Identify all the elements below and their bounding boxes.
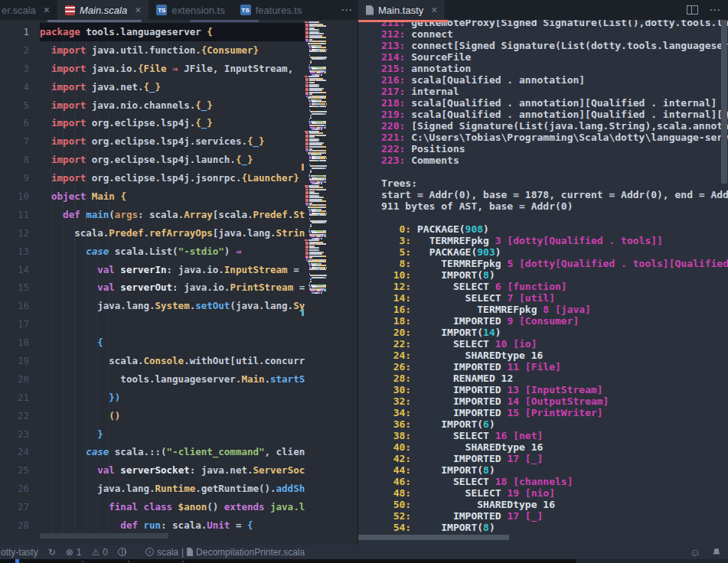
tasty-line[interactable]: 218: scala[Qualified . annotation][Quali… — [381, 97, 728, 109]
trees-header-line[interactable]: start = Addr(0), base = 1878, current = … — [381, 189, 728, 200]
tasty-line[interactable]: 219: scala[Qualified . annotation][Quali… — [381, 109, 728, 120]
tasty-tree-line[interactable]: 8: TERMREFpkg 5 [dotty[Qualified . tools… — [381, 258, 728, 269]
tab-features-ts[interactable]: TS features.ts — [233, 0, 310, 20]
close-icon[interactable]: × — [44, 5, 50, 15]
close-icon[interactable]: × — [135, 5, 141, 15]
tasty-tree-line[interactable]: 48: SELECT 19 [nio] — [381, 487, 728, 499]
code-line[interactable]: 13 case scala.List("-stdio") ⇒ — [0, 242, 305, 261]
tasty-line[interactable]: 213: connect[Signed Signature(List(dotty… — [381, 40, 728, 51]
tasty-line[interactable]: 214: SourceFile — [381, 51, 728, 63]
tasty-line[interactable]: 223: Comments — [381, 155, 728, 166]
blank-line[interactable] — [381, 212, 728, 223]
notifications-bell-icon[interactable] — [713, 548, 720, 556]
tasty-tree-line[interactable]: 28: RENAMED 12 — [381, 373, 728, 384]
tasty-tree-line[interactable]: 24: SHAREDtype 16 — [381, 350, 728, 361]
blank-line[interactable] — [381, 166, 728, 177]
code-line[interactable]: 22 () — [0, 407, 305, 425]
tasty-line[interactable]: 215: annotation — [381, 63, 728, 74]
code-line[interactable]: 2 import java.util.function.{Consumer} — [0, 41, 305, 60]
more-tabs-button[interactable]: ⋯ — [335, 0, 358, 20]
code-line[interactable]: 17 — [0, 315, 305, 334]
tasty-tree-line[interactable]: 14: SELECT 7 [util] — [381, 292, 728, 304]
tasty-tree-line[interactable]: 22: SELECT 10 [io] — [381, 338, 728, 350]
code-line[interactable]: 6 import org.eclipse.lsp4j.{_} — [0, 114, 305, 132]
tasty-line[interactable]: 220: [Signed Signature(List(java.lang.St… — [381, 120, 728, 132]
code-line[interactable]: 7 import org.eclipse.lsp4j.services.{_} — [0, 132, 305, 151]
tasty-tree-line[interactable]: 36: IMPORT(6) — [381, 418, 728, 430]
code-line[interactable]: 25 val serverSocket: java.net.ServerSoc — [0, 461, 305, 480]
sync-button[interactable]: ↻ — [48, 548, 56, 557]
code-line[interactable]: 18 { — [0, 334, 305, 352]
code-line[interactable]: 20 tools.languageserver.Main.startS — [0, 370, 305, 389]
tasty-line[interactable]: 212: connect — [381, 28, 728, 40]
vertical-scrollbar-thumb[interactable] — [721, 20, 727, 184]
tasty-tree-line[interactable]: 52: IMPORTED 17 [_] — [381, 510, 728, 522]
code-line[interactable]: 27 final class $anon() extends java.l — [0, 498, 305, 516]
tasty-tree-line[interactable]: 12: SELECT 6 [function] — [381, 281, 728, 292]
tab-extension-ts[interactable]: TS extension.ts — [149, 0, 232, 20]
ports-indicator[interactable] — [118, 548, 126, 556]
warnings-indicator[interactable]: ⚠ 0 — [92, 547, 108, 558]
horizontal-scrollbar-thumb[interactable] — [40, 533, 168, 539]
code-line[interactable]: 10 object Main { — [0, 187, 305, 206]
tasty-tree-line[interactable]: 18: IMPORTED 9 [Consumer] — [381, 315, 728, 327]
code-line[interactable]: 9 import org.eclipse.lsp4j.jsonrpc.{Laun… — [0, 169, 305, 187]
code-line[interactable]: 16 java.lang.System.setOut(java.lang.Sy — [0, 297, 305, 315]
tasty-tree-line[interactable]: 34: IMPORTED 15 [PrintWriter] — [381, 407, 728, 418]
tasty-line[interactable]: 217: internal — [381, 86, 728, 97]
code-line[interactable]: 14 val serverIn: java.io.InputStream = — [0, 261, 305, 279]
tasty-tree-line[interactable]: 16: TERMREFpkg 8 [java] — [381, 304, 728, 315]
editor-main-tasty[interactable]: 211: getRemoteProxy[Signed Signature(Lis… — [358, 20, 728, 545]
code-line[interactable]: 8 import org.eclipse.lsp4j.launch.{_} — [0, 151, 305, 169]
more-actions-button[interactable]: ⋯ — [709, 3, 720, 17]
code-line[interactable]: 28 def run: scala.Unit = { — [0, 516, 305, 535]
code-line[interactable]: 3 import java.io.{File ⇒ JFile, InputStr… — [0, 60, 305, 78]
tab-main-scala[interactable]: Main.scala × — [57, 0, 149, 20]
tasty-tree-line[interactable]: 40: SHAREDtype 16 — [381, 441, 728, 453]
tab-label: extension.ts — [171, 5, 224, 16]
code-line[interactable]: 1package tools.languageserver { — [0, 23, 305, 41]
tasty-line[interactable]: 222: Positions — [381, 143, 728, 155]
code-line[interactable]: 11 def main(args: scala.Array[scala.Pred… — [0, 206, 305, 224]
close-icon[interactable]: × — [431, 5, 437, 15]
code-line[interactable]: 15 val serverOut: java.io.PrintStream = — [0, 278, 305, 297]
code-line[interactable]: 21 }) — [0, 389, 305, 407]
code-line[interactable]: 12 scala.Predef.refArrayOps[java.lang.St… — [0, 224, 305, 242]
tasty-line[interactable]: 216: scala[Qualified . annotation] — [381, 74, 728, 86]
tasty-tree-line[interactable]: 44: IMPORT(8) — [381, 464, 728, 476]
tasty-tree-line[interactable]: 46: SELECT 18 [channels] — [381, 476, 728, 487]
split-editor-icon[interactable] — [687, 5, 698, 15]
trees-header-line[interactable]: Trees: — [381, 177, 728, 189]
line-number: 5 — [0, 96, 40, 115]
line-number: 24 — [0, 443, 40, 461]
tasty-tree-line[interactable]: 5: PACKAGE(903) — [381, 246, 728, 258]
tasty-tree-line[interactable]: 42: IMPORTED 17 [_] — [381, 453, 728, 464]
tasty-line[interactable]: 221: C:\Users\Tobias\Programming\Scala\d… — [381, 132, 728, 143]
feedback-smiley-icon[interactable]: ☺ — [690, 547, 700, 558]
tasty-tree-line[interactable]: 10: IMPORT(8) — [381, 269, 728, 281]
tasty-tree-line[interactable]: 38: SELECT 16 [net] — [381, 430, 728, 441]
code-line[interactable]: 26 java.lang.Runtime.getRuntime().addSh — [0, 480, 305, 498]
horizontal-scrollbar-thumb[interactable] — [358, 535, 509, 540]
tasty-tree-line[interactable]: 50: SHAREDtype 16 — [381, 499, 728, 510]
editor-main-scala[interactable]: 1package tools.languageserver {2 import … — [0, 20, 358, 545]
tasty-tree-line[interactable]: 26: IMPORTED 11 [File] — [381, 361, 728, 373]
tasty-tree-line[interactable]: 3: TERMREFpkg 3 [dotty[Qualified . tools… — [381, 235, 728, 246]
tab-er-scala[interactable]: er.scala × — [0, 0, 57, 20]
tasty-tree-line[interactable]: 54: IMPORT(8) — [381, 522, 728, 533]
trees-header-line[interactable]: 911 bytes of AST, base = Addr(0) — [381, 200, 728, 212]
language-status[interactable]: i scala | DecompilationPrinter.scala — [145, 547, 305, 558]
tasty-tree-line[interactable]: 20: IMPORT(14) — [381, 327, 728, 338]
code-line[interactable]: 5 import java.nio.channels.{_} — [0, 96, 305, 115]
minimap[interactable] — [305, 21, 340, 320]
code-line[interactable]: 4 import java.net.{_} — [0, 78, 305, 96]
tasty-tree-line[interactable]: 0: PACKAGE(908) — [381, 223, 728, 235]
tasty-tree-line[interactable]: 30: IMPORTED 13 [InputStream] — [381, 384, 728, 395]
workspace-name[interactable]: otty-tasty — [1, 547, 38, 558]
tasty-tree-line[interactable]: 32: IMPORTED 14 [OutputStream] — [381, 395, 728, 407]
code-line[interactable]: 23 } — [0, 425, 305, 444]
code-line[interactable]: 19 scala.Console.withOut[util.concurr — [0, 352, 305, 370]
tab-main-tasty[interactable]: Main.tasty × — [358, 0, 445, 20]
problems-indicator[interactable]: ⊗ 1 — [66, 547, 82, 558]
code-line[interactable]: 24 case scala.::("-client_command", clie… — [0, 443, 305, 461]
